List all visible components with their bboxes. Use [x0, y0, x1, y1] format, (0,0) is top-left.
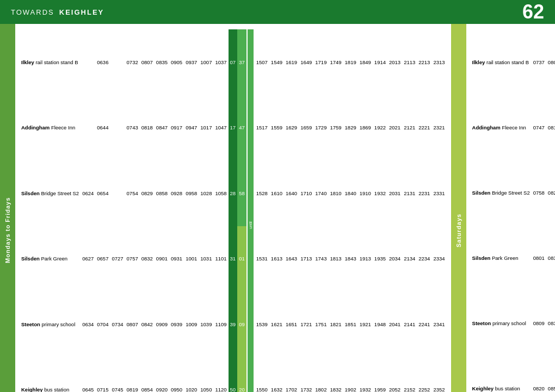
- page-header: TOWARDS KEIGHLEY 62: [0, 0, 555, 24]
- table-row: Silsden Bridge Street S2 075808280858 28…: [471, 160, 555, 225]
- saturdays-table: Ilkley rail station stand B 073708070837…: [471, 29, 555, 392]
- saturdays-timetable-area: Ilkley rail station stand B 073708070837…: [466, 24, 555, 392]
- table-row: Silsden Bridge Street S2 0624 0654 0754 …: [20, 160, 447, 226]
- saturdays-label: Saturdays: [451, 24, 466, 392]
- monday-friday-section: Mondays to Fridays Ilkley rail station s…: [0, 24, 451, 392]
- table-row: Addingham Fleece Inn 0644 0743 0818 0847…: [20, 95, 447, 161]
- table-row: Silsden Park Green 0627 0657 0727 0757 0…: [20, 226, 447, 292]
- table-row: Keighley bus station 082008500920 50 20 …: [471, 356, 555, 392]
- table-row: Steeton primary school 0634 0704 0734 08…: [20, 291, 447, 357]
- main-container: Mondays to Fridays Ilkley rail station s…: [0, 24, 555, 392]
- monday-friday-label: Mondays to Fridays: [0, 24, 15, 392]
- towards-label: TOWARDS: [11, 8, 54, 16]
- table-row: Silsden Park Green 080108310901 31 01 18…: [471, 225, 555, 290]
- destination-label: KEIGHLEY: [59, 8, 104, 16]
- table-row: Keighley bus station 0645 0715 0745 0819…: [20, 357, 447, 393]
- table-row: Addingham Fleece Inn 074708170847 17 47 …: [471, 95, 555, 160]
- route-number: 62: [522, 2, 544, 22]
- header-title: TOWARDS KEIGHLEY: [11, 8, 104, 16]
- table-row: Ilkley rail station stand B 073708070837…: [471, 29, 555, 95]
- stop-name: Ilkley rail station stand B: [20, 29, 81, 95]
- table-row: Steeton primary school 080908390909 39 0…: [471, 291, 555, 356]
- saturdays-section: Saturdays Ilkley rail station stand B 07…: [451, 24, 555, 392]
- monday-friday-timetable-area: Ilkley rail station stand B 0636 0732 08…: [15, 24, 451, 392]
- table-row: Ilkley rail station stand B 0636 0732 08…: [20, 29, 447, 95]
- monday-friday-table: Ilkley rail station stand B 0636 0732 08…: [20, 29, 447, 392]
